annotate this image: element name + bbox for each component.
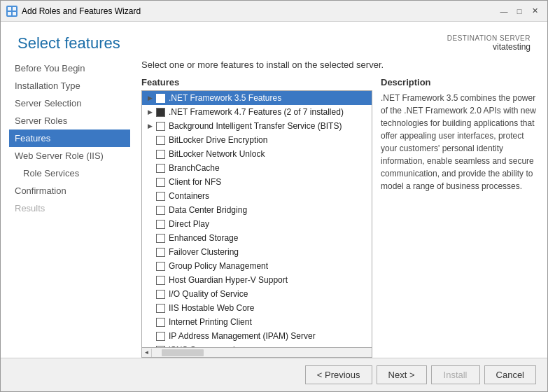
sidebar-item[interactable]: Server Roles (9, 112, 130, 130)
expand-icon[interactable]: ▶ (145, 107, 155, 117)
feature-label: I/O Quality of Service (169, 289, 248, 299)
feature-label: IP Address Management (IPAM) Server (169, 331, 316, 341)
feature-label: Data Center Bridging (169, 205, 247, 215)
sidebar-item[interactable]: Role Services (9, 164, 130, 182)
feature-item[interactable]: ▶Containers (142, 189, 372, 203)
feature-label: BitLocker Drive Encryption (169, 135, 267, 145)
feature-checkbox[interactable] (156, 248, 165, 257)
app-icon (6, 6, 17, 17)
scroll-thumb[interactable] (162, 349, 204, 356)
feature-item[interactable]: ▶Client for NFS (142, 175, 372, 189)
feature-checkbox[interactable] (156, 318, 165, 327)
feature-item[interactable]: ▶.NET Framework 4.7 Features (2 of 7 ins… (142, 105, 372, 119)
feature-label: Internet Printing Client (169, 317, 252, 327)
previous-button[interactable]: < Previous (305, 365, 372, 384)
feature-item[interactable]: ▶Host Guardian Hyper-V Support (142, 273, 372, 287)
install-button[interactable]: Install (431, 365, 480, 384)
feature-item[interactable]: ▶BitLocker Network Unlock (142, 147, 372, 161)
feature-item[interactable]: ▶BitLocker Drive Encryption (142, 133, 372, 147)
features-list-container: Features ▶.NET Framework 3.5 Features▶.N… (141, 77, 372, 358)
feature-label: IIS Hostable Web Core (169, 303, 255, 313)
sidebar-item[interactable]: Confirmation (9, 182, 130, 200)
feature-item[interactable]: ▶Internet Printing Client (142, 315, 372, 329)
feature-checkbox[interactable] (156, 276, 165, 285)
sidebar-item[interactable]: Features (9, 130, 130, 147)
feature-checkbox[interactable] (156, 234, 165, 243)
close-button[interactable]: ✕ (528, 4, 542, 18)
maximize-button[interactable]: □ (512, 4, 526, 18)
wizard-window: Add Roles and Features Wizard — □ ✕ Sele… (0, 0, 548, 392)
window-controls: — □ ✕ (497, 4, 542, 18)
feature-checkbox[interactable] (156, 290, 165, 299)
feature-checkbox[interactable] (156, 192, 165, 201)
title-bar-left: Add Roles and Features Wizard (6, 6, 141, 17)
horizontal-scrollbar[interactable]: ◄ (141, 348, 372, 358)
feature-label: .NET Framework 3.5 Features (169, 93, 281, 103)
sidebar: Before You BeginInstallation TypeServer … (1, 59, 130, 358)
feature-label: iSNS Server service (169, 345, 244, 348)
feature-checkbox[interactable] (156, 122, 165, 131)
destination-server: DESTINATION SERVER vitatesting (447, 34, 531, 52)
svg-rect-0 (8, 7, 11, 10)
sidebar-item[interactable]: Server Selection (9, 94, 130, 112)
features-header: Features (141, 77, 372, 88)
sidebar-item[interactable]: Installation Type (9, 77, 130, 94)
feature-item[interactable]: ▶BranchCache (142, 161, 372, 175)
content-area: Select features DESTINATION SERVER vitat… (1, 22, 547, 391)
feature-checkbox[interactable] (156, 136, 165, 145)
feature-item[interactable]: ▶Group Policy Management (142, 259, 372, 273)
feature-label: Host Guardian Hyper-V Support (169, 275, 288, 285)
panel: Select one or more features to install o… (130, 59, 547, 358)
feature-label: BitLocker Network Unlock (169, 149, 265, 159)
main-area: Before You BeginInstallation TypeServer … (1, 59, 547, 358)
description-text: .NET Framework 3.5 combines the power of… (381, 92, 536, 192)
feature-item[interactable]: ▶.NET Framework 3.5 Features (142, 91, 372, 105)
feature-checkbox[interactable] (156, 94, 165, 103)
feature-label: BranchCache (169, 163, 220, 173)
header-area: Select features DESTINATION SERVER vitat… (1, 22, 547, 59)
feature-checkbox[interactable] (156, 206, 165, 215)
feature-item[interactable]: ▶Enhanced Storage (142, 231, 372, 245)
feature-item[interactable]: ▶IP Address Management (IPAM) Server (142, 329, 372, 343)
feature-label: Containers (169, 191, 209, 201)
feature-label: Group Policy Management (169, 261, 268, 271)
cancel-button[interactable]: Cancel (484, 365, 536, 384)
svg-rect-2 (8, 12, 11, 15)
feature-checkbox[interactable] (156, 220, 165, 229)
window-title: Add Roles and Features Wizard (22, 6, 141, 16)
destination-label: DESTINATION SERVER (447, 34, 531, 42)
feature-checkbox[interactable] (156, 108, 165, 117)
description-panel: Description .NET Framework 3.5 combines … (381, 77, 536, 358)
feature-label: Failover Clustering (169, 247, 239, 257)
feature-checkbox[interactable] (156, 164, 165, 173)
feature-checkbox[interactable] (156, 262, 165, 271)
feature-item[interactable]: ▶Direct Play (142, 217, 372, 231)
features-area: Features ▶.NET Framework 3.5 Features▶.N… (141, 77, 536, 358)
features-list[interactable]: ▶.NET Framework 3.5 Features▶.NET Framew… (141, 90, 372, 348)
feature-label: Client for NFS (169, 177, 221, 187)
scroll-left-arrow[interactable]: ◄ (142, 349, 152, 357)
feature-checkbox[interactable] (156, 150, 165, 159)
panel-description: Select one or more features to install o… (141, 59, 536, 70)
feature-item[interactable]: ▶IIS Hostable Web Core (142, 301, 372, 315)
feature-checkbox[interactable] (156, 332, 165, 341)
feature-item[interactable]: ▶I/O Quality of Service (142, 287, 372, 301)
sidebar-item[interactable]: Before You Begin (9, 59, 130, 77)
feature-checkbox[interactable] (156, 178, 165, 187)
description-header: Description (381, 77, 536, 88)
expand-icon[interactable]: ▶ (145, 121, 155, 131)
feature-item[interactable]: ▶Failover Clustering (142, 245, 372, 259)
feature-checkbox[interactable] (156, 346, 165, 349)
title-bar: Add Roles and Features Wizard — □ ✕ (1, 1, 547, 22)
feature-label: Background Intelligent Transfer Service … (169, 121, 342, 131)
feature-item[interactable]: ▶Background Intelligent Transfer Service… (142, 119, 372, 133)
feature-checkbox[interactable] (156, 304, 165, 313)
expand-icon[interactable]: ▶ (145, 93, 155, 103)
next-button[interactable]: Next > (377, 365, 427, 384)
feature-label: Direct Play (169, 219, 209, 229)
feature-label: Enhanced Storage (169, 233, 238, 243)
feature-item[interactable]: ▶Data Center Bridging (142, 203, 372, 217)
feature-item[interactable]: ▶iSNS Server service (142, 343, 372, 348)
sidebar-item[interactable]: Web Server Role (IIS) (9, 147, 130, 164)
minimize-button[interactable]: — (497, 4, 511, 18)
